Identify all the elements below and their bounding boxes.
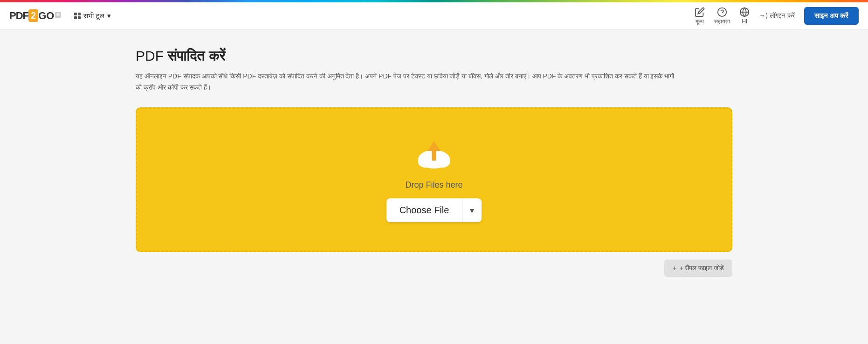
logo-pdf-text: PDF (9, 10, 28, 22)
navbar-right: मूल्य सहायता HI →) लॉगइन करें (695, 7, 859, 25)
drop-files-text: Drop Files here (405, 180, 462, 190)
navbar-left: PDF 2 GO ® सभी टूल ▾ (9, 9, 116, 23)
pricing-link[interactable]: मूल्य (695, 7, 705, 25)
page-description: यह ऑनलाइन PDF संपादक आपको सीधे किसी PDF … (136, 71, 676, 93)
logo-2-text: 2 (28, 9, 38, 22)
logo-go-text: GO (38, 10, 54, 22)
all-tools-label: सभी टूल (83, 12, 104, 20)
page-title-prefix: PDF (136, 48, 167, 63)
language-link[interactable]: HI (739, 7, 750, 25)
cloud-upload-icon (413, 137, 455, 172)
pricing-label: मूल्य (696, 18, 704, 25)
svg-point-6 (435, 156, 450, 168)
page-title-bold: संपादित करें (167, 48, 225, 63)
choose-file-wrapper: Choose File ▾ (386, 198, 482, 222)
page-title: PDF संपादित करें (136, 48, 732, 64)
question-circle-icon (717, 7, 727, 17)
plus-icon: + (673, 264, 676, 272)
login-label: →) लॉगइन करें (759, 12, 794, 20)
all-tools-button[interactable]: सभी टूल ▾ (69, 9, 116, 23)
upload-area[interactable]: Drop Files here Choose File ▾ (136, 107, 732, 252)
pencil-icon (695, 7, 705, 17)
signup-button[interactable]: साइन अप करें (804, 7, 859, 25)
login-button[interactable]: →) लॉगइन करें (759, 12, 794, 20)
sample-file-label: + सैंपल फाइल जोड़ें (679, 264, 724, 272)
signup-label: साइन अप करें (814, 12, 848, 20)
choose-file-dropdown-button[interactable]: ▾ (462, 199, 482, 222)
main-content: PDF संपादित करें यह ऑनलाइन PDF संपादक आप… (108, 29, 760, 295)
grid-icon (74, 13, 81, 19)
logo-badge: ® (55, 12, 61, 18)
navbar: PDF 2 GO ® सभी टूल ▾ मूल्य (0, 2, 868, 29)
chevron-down-icon: ▾ (107, 12, 111, 20)
choose-file-button[interactable]: Choose File (386, 198, 463, 222)
sample-file-row: + + सैंपल फाइल जोड़ें (136, 260, 732, 277)
help-label: सहायता (714, 18, 730, 25)
svg-point-5 (418, 156, 433, 168)
sample-file-button[interactable]: + + सैंपल फाइल जोड़ें (664, 260, 732, 277)
help-link[interactable]: सहायता (714, 7, 730, 25)
logo[interactable]: PDF 2 GO ® (9, 9, 61, 22)
globe-icon (739, 7, 750, 17)
language-label: HI (742, 18, 747, 25)
